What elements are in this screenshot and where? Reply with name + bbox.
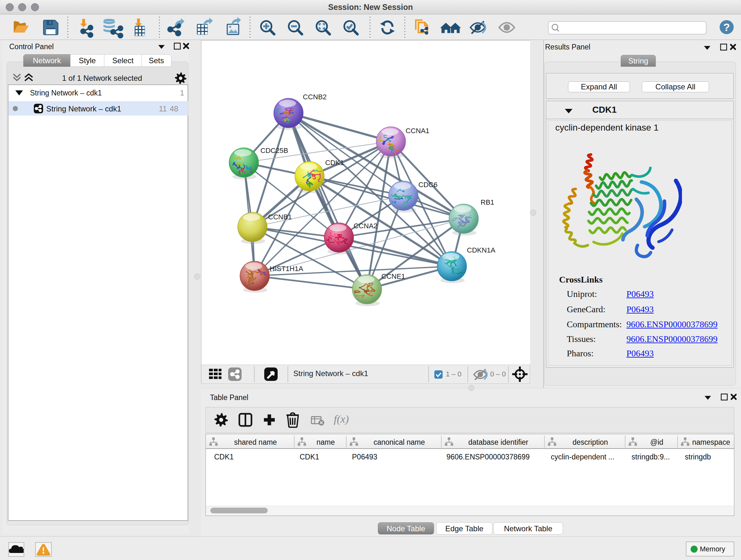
svg-text:RB1: RB1	[481, 198, 494, 206]
svg-text:CCNA2: CCNA2	[354, 222, 378, 230]
svg-text:?: ?	[724, 21, 730, 33]
svg-text:CCNA1: CCNA1	[406, 127, 429, 135]
svg-text:CDK1: CDK1	[325, 159, 344, 167]
svg-text:CDC6: CDC6	[418, 181, 437, 189]
svg-text:CCNE1: CCNE1	[381, 272, 405, 280]
svg-text:CCNB1: CCNB1	[268, 213, 292, 221]
svg-text:CCNB2: CCNB2	[303, 93, 327, 101]
svg-text:HIST1H1A: HIST1H1A	[270, 265, 303, 273]
svg-text:CDC25B: CDC25B	[260, 146, 288, 154]
svg-text:CDKN1A: CDKN1A	[467, 246, 495, 254]
